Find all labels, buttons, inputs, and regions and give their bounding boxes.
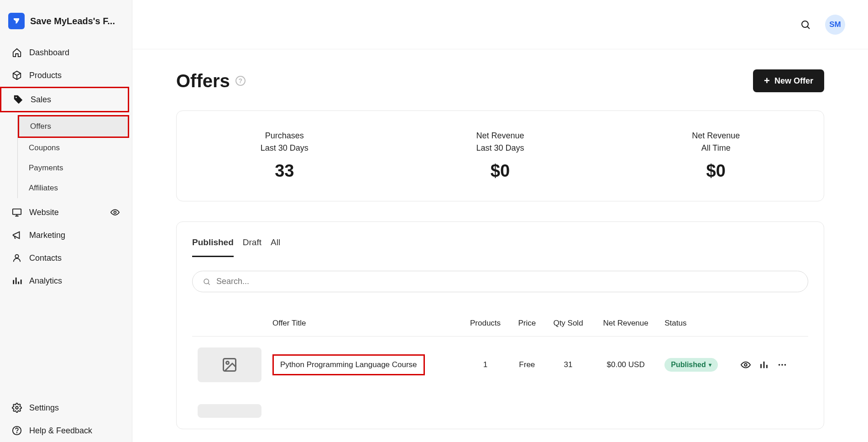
nav-website[interactable]: Website — [0, 201, 132, 224]
avatar[interactable]: SM — [825, 15, 845, 35]
sidebar-header: Save MyLeads's F... — [0, 8, 132, 41]
dots-icon — [777, 360, 787, 370]
nav-label: Dashboard — [29, 48, 69, 58]
stat-value: $0 — [608, 161, 824, 181]
svg-point-4 — [16, 406, 18, 409]
help-badge-icon[interactable]: ? — [235, 76, 246, 86]
cell-revenue: $0.00 USD — [592, 337, 659, 394]
th-qty: Qty Sold — [544, 310, 592, 337]
offers-card: Published Draft All Offer Title Products… — [176, 221, 824, 429]
eye-icon — [741, 360, 751, 370]
subnav-coupons[interactable]: Coupons — [18, 138, 132, 158]
preview-button[interactable] — [741, 360, 751, 370]
svg-point-11 — [744, 363, 747, 366]
table-row — [192, 393, 808, 429]
stat-value: 33 — [177, 161, 392, 181]
stat-net-revenue-all: Net Revenue All Time $0 — [608, 131, 824, 181]
status-dropdown[interactable]: Published ▾ — [664, 358, 717, 372]
bars-icon — [759, 360, 769, 370]
nav-contacts[interactable]: Contacts — [0, 247, 132, 269]
new-offer-button[interactable]: + New Offer — [753, 69, 824, 92]
table-row: Python Programming Language Course 1 Fre… — [192, 337, 808, 394]
nav-help[interactable]: Help & Feedback — [0, 419, 132, 442]
stat-sublabel: Last 30 Days — [177, 143, 392, 153]
image-icon — [221, 357, 238, 373]
stat-sublabel: Last 30 Days — [392, 143, 608, 153]
monitor-icon — [12, 207, 22, 217]
offer-thumbnail — [198, 347, 261, 382]
gear-icon — [12, 403, 22, 413]
subnav-sales: Offers Coupons Payments Affiliates — [17, 115, 132, 198]
plus-icon: + — [764, 76, 770, 86]
search-icon — [203, 278, 211, 286]
tab-published[interactable]: Published — [192, 237, 234, 257]
search-button[interactable] — [800, 19, 811, 31]
search-icon — [800, 19, 811, 30]
search-box[interactable] — [192, 271, 808, 292]
megaphone-icon — [12, 230, 22, 240]
nav-label: Website — [29, 208, 59, 217]
topbar: SM — [132, 0, 868, 49]
nav-marketing[interactable]: Marketing — [0, 224, 132, 247]
logo-icon — [8, 13, 25, 29]
tag-icon — [13, 95, 23, 105]
subnav-offers[interactable]: Offers — [18, 115, 129, 138]
svg-point-7 — [802, 21, 808, 27]
tab-draft[interactable]: Draft — [243, 237, 261, 257]
nav-label: Contacts — [29, 253, 62, 263]
offers-table: Offer Title Products Price Qty Sold Net … — [192, 310, 808, 429]
chevron-down-icon: ▾ — [709, 362, 711, 368]
svg-point-2 — [114, 211, 116, 214]
nav-dashboard[interactable]: Dashboard — [0, 41, 132, 64]
nav-label: Analytics — [29, 276, 62, 286]
user-icon — [12, 253, 22, 263]
offer-title-link[interactable]: Python Programming Language Course — [272, 354, 425, 375]
cell-price: Free — [510, 337, 544, 394]
stat-label: Purchases — [177, 131, 392, 141]
th-status: Status — [659, 310, 735, 337]
th-title: Offer Title — [267, 310, 460, 337]
sidebar: Save MyLeads's F... Dashboard Products S… — [0, 0, 132, 442]
stat-label: Net Revenue — [392, 131, 608, 141]
bars-icon — [12, 276, 22, 286]
tab-all[interactable]: All — [271, 237, 280, 257]
subnav-payments[interactable]: Payments — [18, 158, 132, 178]
stat-value: $0 — [392, 161, 608, 181]
nav-sales[interactable]: Sales — [0, 87, 129, 112]
svg-rect-1 — [13, 209, 21, 215]
nav-products[interactable]: Products — [0, 64, 132, 87]
stat-purchases: Purchases Last 30 Days 33 — [177, 131, 392, 181]
status-label: Published — [671, 361, 706, 369]
stats-card: Purchases Last 30 Days 33 Net Revenue La… — [176, 110, 824, 201]
help-icon — [12, 426, 22, 436]
nav-footer: Settings Help & Feedback — [0, 396, 132, 442]
svg-point-14 — [784, 364, 786, 366]
stats-button[interactable] — [759, 360, 769, 370]
search-input[interactable] — [216, 277, 798, 286]
subnav-affiliates[interactable]: Affiliates — [18, 178, 132, 198]
cell-qty: 31 — [544, 337, 592, 394]
svg-point-8 — [204, 279, 209, 284]
nav-label: Marketing — [29, 231, 65, 240]
org-name[interactable]: Save MyLeads's F... — [30, 16, 115, 26]
page-header: Offers ? + New Offer — [176, 69, 824, 92]
stat-net-revenue-30d: Net Revenue Last 30 Days $0 — [392, 131, 608, 181]
nav-label: Sales — [31, 95, 51, 105]
nav-label: Settings — [29, 403, 59, 413]
nav-analytics[interactable]: Analytics — [0, 269, 132, 292]
content: Offers ? + New Offer Purchases Last 30 D… — [132, 49, 868, 442]
svg-point-13 — [781, 364, 783, 366]
eye-icon[interactable] — [110, 207, 120, 217]
svg-point-10 — [226, 362, 229, 364]
box-icon — [12, 70, 22, 80]
svg-point-0 — [16, 97, 17, 98]
svg-point-6 — [17, 432, 17, 433]
stat-label: Net Revenue — [608, 131, 824, 141]
nav-settings[interactable]: Settings — [0, 396, 132, 419]
more-button[interactable] — [777, 360, 787, 370]
th-revenue: Net Revenue — [592, 310, 659, 337]
new-offer-label: New Offer — [774, 76, 813, 86]
tabs: Published Draft All — [192, 237, 808, 257]
table-header-row: Offer Title Products Price Qty Sold Net … — [192, 310, 808, 337]
th-products: Products — [460, 310, 510, 337]
